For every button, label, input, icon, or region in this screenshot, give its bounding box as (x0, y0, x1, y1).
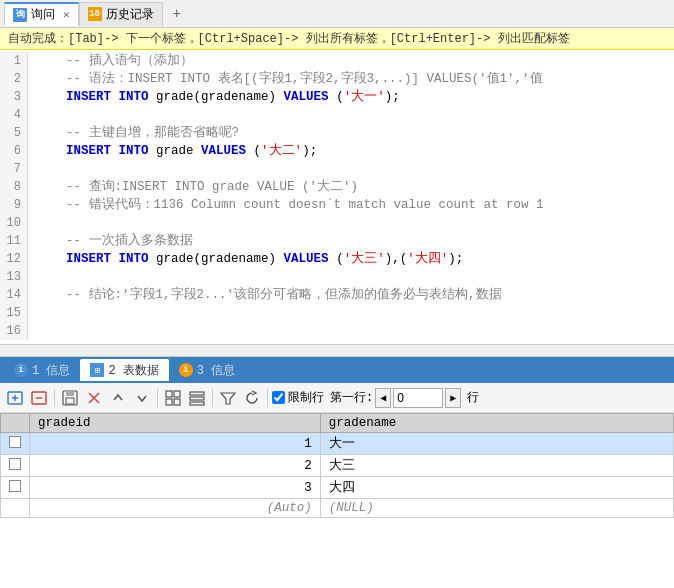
line-num-10: 10 (0, 214, 28, 232)
data-table-container[interactable]: gradeid gradename 1 大一 2 (0, 413, 674, 588)
tab-query-label: 询问 (31, 6, 55, 23)
table-row[interactable]: 3 大四 (1, 477, 674, 499)
line-content-11: -- 一次插入多条数据 (28, 232, 193, 250)
svg-rect-6 (66, 391, 74, 396)
cell-gradeid-1[interactable]: 1 (30, 433, 321, 455)
code-line-7: 7 (0, 160, 674, 178)
cell-gradeid-3[interactable]: 3 (30, 477, 321, 499)
th-gradename-label: gradename (329, 416, 397, 430)
panel-tab-info2[interactable]: i 3 信息 (169, 359, 245, 381)
row-check-new[interactable] (1, 499, 30, 518)
code-lines: 1 -- 插入语句（添加） 2 -- 语法：INSERT INTO 表名[(字段… (0, 50, 674, 342)
tab-query[interactable]: 询 询问 ✕ (4, 2, 79, 26)
grid-view-button[interactable] (162, 387, 184, 409)
first-row-next-button[interactable]: ▶ (445, 388, 461, 408)
code-line-14: 14 -- 结论:'字段1,字段2...'该部分可省略，但添加的值务必与表结构,… (0, 286, 674, 304)
first-row-input[interactable] (393, 388, 443, 408)
th-gradeid[interactable]: gradeid (30, 414, 321, 433)
save-button[interactable] (59, 387, 81, 409)
hint-bar-text: 自动完成：[Tab]-> 下一个标签，[Ctrl+Space]-> 列出所有标签… (8, 32, 570, 46)
checkbox-2 (9, 458, 21, 470)
panel-tab-tabledata[interactable]: ⊞ 2 表数据 (80, 359, 168, 381)
toolbar-sep-4 (267, 389, 268, 407)
code-editor[interactable]: 1 -- 插入语句（添加） 2 -- 语法：INSERT INTO 表名[(字段… (0, 50, 674, 345)
svg-rect-7 (66, 398, 74, 404)
cell-gradename-3[interactable]: 大四 (320, 477, 673, 499)
cell-gradeid-new[interactable]: (Auto) (30, 499, 321, 518)
first-row-prev-button[interactable]: ◀ (375, 388, 391, 408)
tab-query-close[interactable]: ✕ (63, 8, 70, 21)
table-row[interactable]: 1 大一 (1, 433, 674, 455)
table-row-new[interactable]: (Auto) (NULL) (1, 499, 674, 518)
table-header-row: gradeid gradename (1, 414, 674, 433)
toolbar-sep-1 (54, 389, 55, 407)
history-icon: 18 (88, 7, 102, 21)
query-icon: 询 (13, 8, 27, 22)
line-content-5: -- 主键自增，那能否省略呢? (28, 124, 239, 142)
code-line-13: 13 (0, 268, 674, 286)
cell-gradename-1[interactable]: 大一 (320, 433, 673, 455)
first-row-label: 第一行: (330, 389, 373, 406)
row-label: 行 (467, 389, 479, 406)
svg-rect-9 (174, 391, 180, 397)
line-content-9: -- 错误代码：1136 Column count doesn`t match … (28, 196, 544, 214)
line-num-13: 13 (0, 268, 28, 286)
code-line-3: 3 INSERT INTO grade(gradename) VALUES ('… (0, 88, 674, 106)
tab-history[interactable]: 18 历史记录 (79, 2, 163, 26)
horizontal-scrollbar[interactable] (0, 345, 674, 357)
code-line-16: 16 (0, 322, 674, 340)
data-table: gradeid gradename 1 大一 2 (0, 413, 674, 518)
svg-rect-12 (190, 392, 204, 395)
panel-tab-info2-label: 3 信息 (197, 362, 235, 379)
code-line-2: 2 -- 语法：INSERT INTO 表名[(字段1,字段2,字段3,...)… (0, 70, 674, 88)
svg-rect-11 (174, 399, 180, 405)
info-icon: i (14, 363, 28, 377)
cell-gradeid-2[interactable]: 2 (30, 455, 321, 477)
add-row-button[interactable] (4, 387, 26, 409)
toolbar-sep-3 (212, 389, 213, 407)
discard-button[interactable] (83, 387, 105, 409)
limit-row-checkbox[interactable]: 限制行 (272, 389, 324, 406)
line-content-1: -- 插入语句（添加） (28, 52, 193, 70)
move-down-button[interactable] (131, 387, 153, 409)
tab-history-label: 历史记录 (106, 6, 154, 23)
th-gradename[interactable]: gradename (320, 414, 673, 433)
checkbox-3 (9, 480, 21, 492)
data-toolbar: 限制行 第一行: ◀ ▶ 行 (0, 383, 674, 413)
panel-tab-tabledata-label: 2 表数据 (108, 362, 158, 379)
limit-row-check[interactable] (272, 391, 285, 404)
tab-bar: 询 询问 ✕ 18 历史记录 + (0, 0, 674, 28)
move-up-button[interactable] (107, 387, 129, 409)
row-check-1[interactable] (1, 433, 30, 455)
line-num-15: 15 (0, 304, 28, 322)
code-line-6: 6 INSERT INTO grade VALUES ('大二'); (0, 142, 674, 160)
svg-rect-13 (190, 397, 204, 400)
refresh-button[interactable] (241, 387, 263, 409)
code-line-1: 1 -- 插入语句（添加） (0, 52, 674, 70)
cell-gradename-new[interactable]: (NULL) (320, 499, 673, 518)
delete-row-button[interactable] (28, 387, 50, 409)
line-num-14: 14 (0, 286, 28, 304)
code-line-5: 5 -- 主键自增，那能否省略呢? (0, 124, 674, 142)
line-content-8: -- 查询:INSERT INTO grade VALUE ('大二') (28, 178, 358, 196)
panel-tab-bar: i 1 信息 ⊞ 2 表数据 i 3 信息 (0, 357, 674, 383)
cell-gradename-2[interactable]: 大三 (320, 455, 673, 477)
tab-add-button[interactable]: + (167, 4, 187, 24)
line-content-3: INSERT INTO grade(gradename) VALUES ('大一… (28, 88, 400, 106)
row-check-3[interactable] (1, 477, 30, 499)
table-row[interactable]: 2 大三 (1, 455, 674, 477)
svg-rect-14 (190, 402, 204, 405)
limit-row-label: 限制行 (288, 389, 324, 406)
line-num-7: 7 (0, 160, 28, 178)
panel-tab-info1[interactable]: i 1 信息 (4, 359, 80, 381)
form-view-button[interactable] (186, 387, 208, 409)
line-num-9: 9 (0, 196, 28, 214)
th-gradeid-label: gradeid (38, 416, 91, 430)
line-content-14: -- 结论:'字段1,字段2...'该部分可省略，但添加的值务必与表结构,数据 (28, 286, 502, 304)
line-content-2: -- 语法：INSERT INTO 表名[(字段1,字段2,字段3,...)] … (28, 70, 543, 88)
checkbox-1 (9, 436, 21, 448)
filter-button[interactable] (217, 387, 239, 409)
row-check-2[interactable] (1, 455, 30, 477)
code-line-10: 10 (0, 214, 674, 232)
table-icon: ⊞ (90, 363, 104, 377)
